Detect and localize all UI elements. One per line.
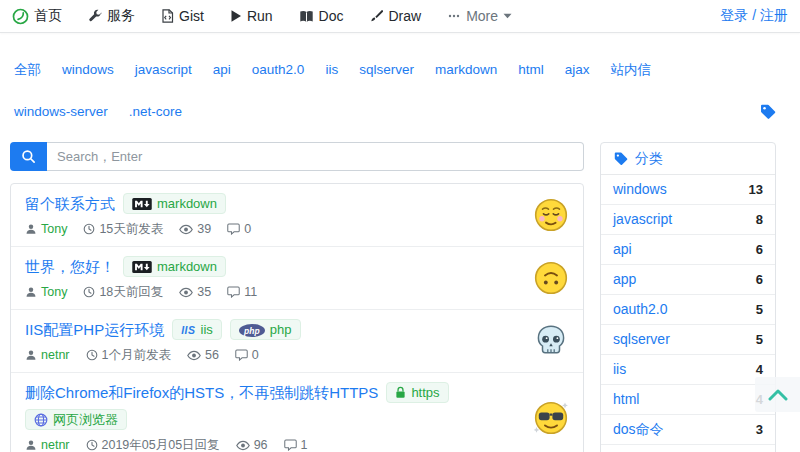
category-item: oauth2.05	[601, 294, 775, 324]
markdown-logo	[132, 198, 152, 210]
category-item: windows13	[601, 175, 775, 204]
nav-item-doc[interactable]: Doc	[299, 8, 344, 24]
post-tag-网页浏览器[interactable]: 网页浏览器	[25, 409, 127, 430]
category-item: markdown3	[601, 444, 775, 452]
post-item: 世界，您好！markdownTony18天前回复3511	[11, 246, 583, 309]
post-author[interactable]: netnr	[25, 347, 70, 363]
tag-label: markdown	[157, 196, 217, 211]
back-to-top-button[interactable]	[755, 377, 800, 412]
post-author[interactable]: Tony	[25, 284, 67, 300]
category-link-app[interactable]: app	[613, 270, 636, 289]
clock-icon	[83, 286, 95, 298]
tag-filter-ajax[interactable]: ajax	[565, 59, 590, 80]
post-comments-label: 11	[244, 284, 257, 300]
draw-icon	[369, 9, 383, 23]
nav-item-draw[interactable]: Draw	[369, 8, 421, 24]
run-icon	[230, 9, 242, 23]
post-tag-php[interactable]: phpphp	[230, 319, 301, 340]
category-item: dos命令3	[601, 414, 775, 444]
nav-item-label: Doc	[319, 8, 344, 24]
category-item: api6	[601, 234, 775, 264]
skull-icon	[533, 323, 569, 359]
brand-home-link[interactable]: 首页	[12, 7, 62, 25]
post-tag-iis[interactable]: IISiis	[172, 319, 222, 340]
category-link-javascript[interactable]: javascript	[613, 210, 672, 229]
tag-icon	[613, 151, 628, 166]
post-views: 56	[187, 347, 219, 363]
categories-sidebar: 分类 windows13javascript8api6app6oauth2.05…	[600, 142, 776, 452]
category-link-oauth2.0[interactable]: oauth2.0	[613, 300, 668, 319]
post-title-link[interactable]: IIS配置PHP运行环境	[25, 319, 164, 340]
post-title-row: 世界，您好！markdown	[25, 256, 523, 277]
post-tag-https[interactable]: https	[386, 382, 448, 403]
post-item: 留个联系方式markdownTony15天前发表390	[11, 184, 583, 246]
iis-logo: IIS	[181, 322, 195, 337]
post-author[interactable]: Tony	[25, 221, 67, 237]
category-link-sqlserver[interactable]: sqlserver	[613, 330, 670, 349]
nav-item-more[interactable]: More	[447, 8, 512, 24]
post-title-row: IIS配置PHP运行环境IISiisphpphp	[25, 319, 523, 340]
post-comments: 1	[284, 437, 308, 452]
post-time: 15天前发表	[83, 221, 163, 237]
search-icon	[21, 149, 36, 164]
post-body: IIS配置PHP运行环境IISiisphpphpnetnr1个月前发表560	[25, 319, 523, 363]
author-link[interactable]: netnr	[41, 437, 70, 452]
tag-filter-.net-core[interactable]: .net-core	[129, 101, 182, 122]
search-input[interactable]	[47, 142, 584, 171]
post-body: 留个联系方式markdownTony15天前发表390	[25, 193, 523, 237]
person-icon	[25, 349, 37, 361]
nav-item-gist[interactable]: Gist	[161, 8, 204, 24]
category-link-dos命令[interactable]: dos命令	[613, 420, 664, 439]
tag-filter-iis[interactable]: iis	[325, 59, 338, 80]
post-title-link[interactable]: 留个联系方式	[25, 193, 115, 214]
comment-icon	[284, 439, 297, 451]
clock-icon	[86, 349, 98, 361]
nav-item-label: Gist	[179, 8, 204, 24]
post-time-label: 15天前发表	[99, 221, 163, 237]
tag-filter-全部[interactable]: 全部	[14, 59, 41, 80]
post-title-link[interactable]: 世界，您好！	[25, 256, 115, 277]
post-title-link[interactable]: 删除Chrome和Firefox的HSTS，不再强制跳转HTTPS	[25, 382, 378, 403]
author-link[interactable]: Tony	[41, 221, 67, 237]
category-link-api[interactable]: api	[613, 240, 632, 259]
tag-filter-api[interactable]: api	[213, 59, 231, 80]
tag-filter-markdown[interactable]: markdown	[435, 59, 497, 80]
post-tag-markdown[interactable]: markdown	[123, 256, 226, 277]
php-logo: php	[239, 322, 265, 338]
nav-item-run[interactable]: Run	[230, 8, 273, 24]
category-count: 3	[756, 420, 763, 439]
tag-label: 网页浏览器	[53, 411, 118, 429]
post-time: 1个月前发表	[86, 347, 171, 363]
category-link-iis[interactable]: iis	[613, 360, 626, 379]
login-register-link[interactable]: 登录 / 注册	[720, 7, 788, 25]
tag-filter-javascript[interactable]: javascript	[135, 59, 192, 80]
sunglasses-face-icon	[533, 400, 569, 436]
search-button[interactable]	[10, 142, 47, 171]
tag-filter-oauth2.0[interactable]: oauth2.0	[252, 59, 305, 80]
category-item: html4	[601, 384, 775, 414]
tag-filter-站内信[interactable]: 站内信	[610, 59, 651, 80]
post-time: 18天前回复	[83, 284, 163, 300]
person-icon	[25, 286, 37, 298]
author-link[interactable]: Tony	[41, 284, 67, 300]
author-link[interactable]: netnr	[41, 347, 70, 363]
post-tag-markdown[interactable]: markdown	[123, 193, 226, 214]
tag-filter-html[interactable]: html	[518, 59, 544, 80]
tag-icon[interactable]	[759, 103, 776, 122]
category-link-html[interactable]: html	[613, 390, 639, 409]
tag-filter-sqlserver[interactable]: sqlserver	[359, 59, 414, 80]
nav-item-services[interactable]: 服务	[88, 7, 135, 25]
doc-icon	[299, 10, 314, 23]
post-views-label: 96	[254, 437, 268, 452]
post-meta: Tony18天前回复3511	[25, 284, 523, 300]
post-author[interactable]: netnr	[25, 437, 70, 452]
search-bar	[10, 142, 584, 171]
post-time-label: 18天前回复	[99, 284, 163, 300]
post-body: 世界，您好！markdownTony18天前回复3511	[25, 256, 523, 300]
post-title-row: 删除Chrome和Firefox的HSTS，不再强制跳转HTTPShttps网页…	[25, 382, 523, 430]
tag-filter-windows[interactable]: windows	[62, 59, 114, 80]
tag-filter-windows-server[interactable]: windows-server	[14, 101, 108, 122]
category-item: sqlserver5	[601, 324, 775, 354]
eye-icon	[179, 287, 193, 298]
category-link-windows[interactable]: windows	[613, 180, 667, 199]
